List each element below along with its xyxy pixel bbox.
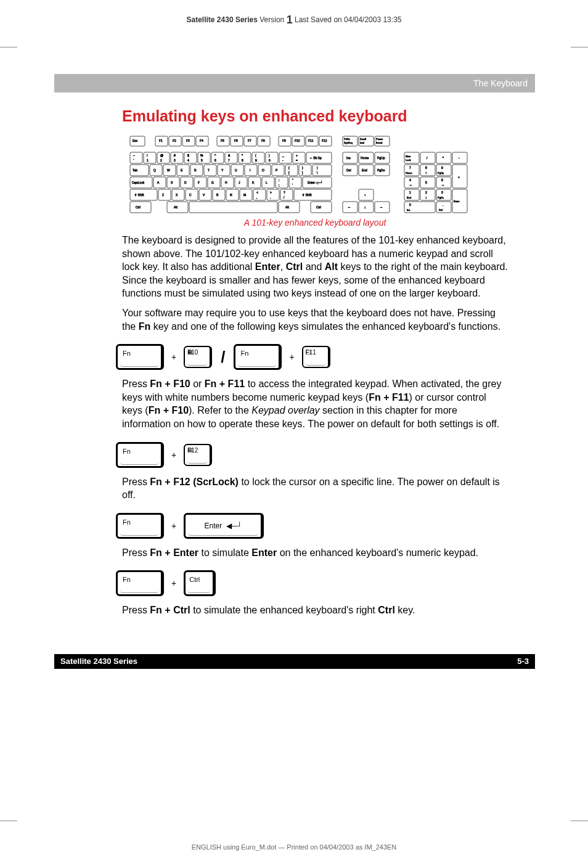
svg-rect-129 [208,177,220,188]
svg-text:1: 1 [409,190,411,194]
doc-bottom-meta: ENGLISH using Euro_M.dot — Printed on 04… [0,843,588,851]
plus-icon: + [287,352,296,362]
svg-text:": " [292,178,293,182]
svg-rect-183 [311,202,332,213]
svg-text:!: ! [147,154,147,157]
key-combo-f10-f11: Fn + F10▦ / Fn + F11▢ [116,344,508,370]
svg-rect-191 [404,152,419,163]
svg-text:← Bk Sp: ← Bk Sp [309,156,322,160]
svg-rect-139 [276,177,288,188]
content-area: Emulating keys on enhanced keyboard Esc … [54,92,535,617]
svg-text:0: 0 [269,158,271,162]
svg-text:↓: ↓ [364,205,366,209]
svg-text:Ctrl: Ctrl [316,205,321,209]
svg-text:Del: Del [439,208,443,211]
svg-text:H: H [225,181,227,184]
fn-key-icon: Fn [234,344,282,370]
svg-rect-107 [299,165,311,176]
key-combo-enter: Fn + Enter ◀─┘ [116,513,508,539]
svg-text:~: ~ [133,154,135,157]
svg-text:End: End [362,168,367,172]
svg-rect-187 [359,202,374,213]
svg-rect-159 [226,189,239,200]
crop-mark [0,47,17,47]
svg-rect-149 [158,189,171,200]
svg-text:D: D [184,181,187,184]
svg-text:_: _ [282,154,284,157]
svg-text:5: 5 [201,158,203,162]
svg-text:Lock: Lock [406,158,410,162]
svg-rect-68 [279,152,292,163]
svg-rect-166 [267,189,279,200]
svg-text:N: N [230,193,232,197]
svg-rect-196 [436,152,451,163]
svg-text:4: 4 [409,178,411,182]
svg-rect-44 [171,152,183,163]
version-label: Version [259,15,284,24]
svg-rect-133 [235,177,247,188]
svg-text:T: T [208,168,210,172]
fn-key-icon: Fn [116,344,164,370]
svg-rect-194 [420,152,435,163]
svg-rect-137 [262,177,274,188]
svg-text:Q: Q [153,168,156,172]
svg-text:Enter ◀─┘: Enter ◀─┘ [308,181,322,184]
svg-text:↑: ↑ [425,171,427,174]
svg-text:R: R [194,168,197,172]
f10-key-icon: F10▦ [184,346,212,368]
svg-text:.: . [270,195,271,199]
svg-text:C: C [189,193,192,197]
plus-icon: + [169,450,179,460]
svg-text:$: $ [187,154,189,157]
svg-text:PgUp: PgUp [377,156,385,160]
page-title: Emulating keys on enhanced keyboard [122,107,508,125]
svg-text:F3: F3 [186,139,190,142]
svg-text:7: 7 [409,166,411,170]
footer-right: 5-3 [517,657,529,666]
svg-rect-96 [231,165,243,176]
svg-text:G: G [211,181,214,184]
f11-key-icon: F11▢ [302,346,330,368]
svg-rect-88 [177,165,189,176]
svg-text:O: O [262,168,264,172]
crop-mark [571,821,588,821]
svg-text:Esc: Esc [133,139,138,142]
version-number: 1 [287,14,293,26]
svg-text:Home: Home [406,171,412,174]
svg-text:Tab: Tab [133,168,137,172]
svg-text:lock: lock [360,141,364,144]
product-name: Satellite 2430 Series [187,15,258,24]
svg-rect-169 [280,189,293,200]
svg-text:Pause: Pause [376,137,383,141]
svg-text:Ins: Ins [346,156,351,160]
svg-text:|: | [317,166,317,170]
svg-rect-125 [181,177,193,188]
svg-text:.: . [443,203,443,207]
svg-text:F8: F8 [261,139,265,142]
svg-rect-181 [279,202,300,213]
svg-rect-203 [420,165,435,176]
svg-rect-98 [245,165,257,176]
svg-text:5: 5 [425,181,427,184]
svg-text:Ctrl: Ctrl [136,205,141,209]
svg-text:F10: F10 [295,139,300,142]
svg-text:9: 9 [255,158,257,162]
svg-text:←: ← [348,205,351,209]
svg-text:=: = [296,158,298,162]
svg-text:↓: ↓ [425,195,427,199]
svg-text:↑: ↑ [364,193,366,197]
svg-text:6: 6 [441,178,443,182]
enter-key-icon: Enter ◀─┘ [184,513,264,539]
svg-text:+: + [296,154,298,157]
svg-text:1: 1 [147,158,149,162]
f12-key-icon: F12▤ [184,444,212,466]
svg-text:0: 0 [409,203,411,207]
svg-rect-102 [272,165,284,176]
svg-rect-142 [289,177,301,188]
page-frame: The Keyboard Emulating keys on enhanced … [54,37,535,669]
svg-rect-178 [167,202,188,213]
svg-rect-121 [153,177,166,188]
svg-text:3: 3 [441,190,443,194]
svg-rect-157 [213,189,225,200]
keyboard-figure: Esc F1 F2 F3 F4 F5 F6 F7 F8 F9 F10 F11 F… [122,134,508,215]
